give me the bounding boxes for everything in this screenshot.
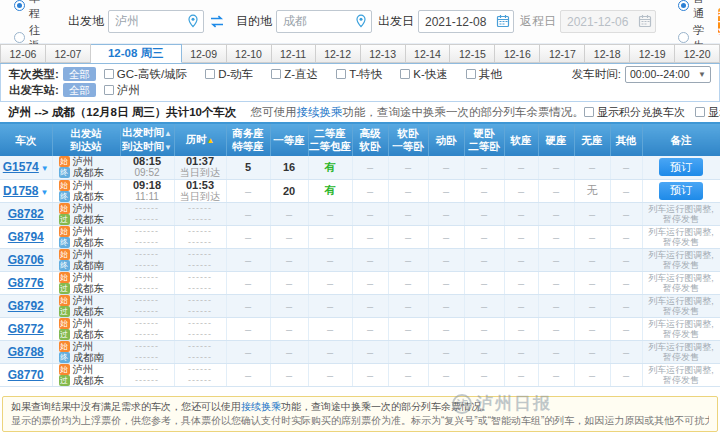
date-tab-12-20[interactable]: 12-20 [675,44,720,63]
seat-value: – [245,231,251,243]
seat-value: – [518,277,524,289]
train-type-checkbox-3[interactable]: T-特快 [336,67,382,82]
return-date-input[interactable] [560,10,656,33]
seat-cell: 有 [308,179,352,202]
display-toggle-checkbox-0[interactable]: 显示积分兑换车次 [584,105,685,120]
transfer-link[interactable]: 接续换乘 [296,106,342,118]
train-no-link[interactable]: G8706 [8,253,44,267]
expand-train-icon[interactable]: ▼ [40,188,48,197]
column-header[interactable]: 无座 [574,124,610,156]
column-header[interactable]: 软座 [504,124,538,156]
seat-cell: – [504,317,538,340]
train-no-link[interactable]: D1758 [3,184,38,198]
train-no-link[interactable]: G8794 [8,230,44,244]
train-no-link[interactable]: G8792 [8,299,44,313]
depart-time-select[interactable]: 00:00--24:00 ▼ [625,66,711,83]
filter-box: 车次类型: 全部 GC-高铁/城际D-动车Z-直达T-特快K-快速其他 发车时间… [0,64,720,102]
seat-value: – [245,277,251,289]
date-tab-12-19[interactable]: 12-19 [630,44,675,63]
remark-text: 列车运行图调整,暂停发售 [643,227,720,247]
radio-label: 普通 [693,0,704,21]
column-header[interactable]: 出发站到达站 [52,124,120,156]
date-tab-12-10[interactable]: 12-10 [227,44,272,63]
column-header[interactable]: 备注 [642,124,720,156]
transfer-link[interactable]: 接续换乘 [241,401,281,412]
depart-date-input[interactable] [418,10,514,33]
date-tab-12-13[interactable]: 12-13 [361,44,406,63]
date-tab-12-07[interactable]: 12-07 [46,44,91,63]
train-type-checkbox-0[interactable]: GC-高铁/城际 [104,67,187,82]
expand-train-icon[interactable]: ▼ [41,164,49,173]
date-tab-12-08[interactable]: 12-08 周三 [91,44,182,63]
column-header[interactable]: 商务座特等座 [226,124,270,156]
duration: 01:37 [175,156,226,167]
column-header[interactable]: 历时▲ [174,124,226,156]
depart-station-all-badge[interactable]: 全部 [63,83,96,97]
column-header[interactable]: 车次 [0,124,52,156]
date-tab-12-12[interactable]: 12-12 [316,44,361,63]
train-type-checkbox-4[interactable]: K-快速 [400,67,448,82]
column-header[interactable]: 其他 [610,124,642,156]
seat-cell: – [610,202,642,225]
column-header[interactable]: 二等座二等包座 [308,124,352,156]
seat-value: 有 [325,184,336,196]
date-tab-12-06[interactable]: 12-06 [0,44,46,63]
trip-type-option-0[interactable]: 单程 [14,0,40,21]
date-tab-12-16[interactable]: 12-16 [495,44,540,63]
train-type-checkbox-1[interactable]: D-动车 [205,67,253,82]
date-tab-12-15[interactable]: 12-15 [450,44,495,63]
train-row-G8782: G8782始泸州过成都东------------------------––––… [0,202,720,225]
column-header[interactable]: 动卧 [428,124,464,156]
train-row-G8706: G8706始泸州终成都南------------------------––––… [0,248,720,271]
date-tab-12-09[interactable]: 12-09 [182,44,227,63]
train-no-link[interactable]: G8782 [8,207,44,221]
train-no-link[interactable]: G1574 [3,160,39,174]
header-line1: 备注 [643,134,720,147]
book-button[interactable]: 预订 [659,182,703,200]
depart-station: 始泸州 [53,341,120,352]
seat-cell: – [610,225,642,248]
column-header[interactable]: 硬卧二等卧 [464,124,504,156]
remark-text: 列车运行图调整,暂停发售 [643,273,720,293]
column-header[interactable]: 硬座 [538,124,574,156]
train-no-link[interactable]: G8776 [8,276,44,290]
checkbox-label: Z-直达 [284,67,318,82]
seat-cell: – [464,294,504,317]
depart-time: 08:15 [121,156,174,167]
train-no-link[interactable]: G8770 [8,368,44,382]
train-type-checkbox-5[interactable]: 其他 [466,67,502,82]
depart-time: ------ [121,364,174,375]
header-line1: 历时▲ [175,133,226,147]
depart-station-checkbox-0[interactable]: 泸州 [104,83,140,98]
column-header[interactable]: 软卧一等卧 [388,124,428,156]
arrive-time: 11:11 [121,191,174,202]
seat-value: – [481,185,487,197]
seat-value: – [286,231,292,243]
train-type-checkbox-2[interactable]: Z-直达 [271,67,318,82]
book-button[interactable]: 预订 [659,158,703,176]
display-toggle-checkbox-1[interactable]: 显示全部可预订车次 [695,105,720,120]
date-tab-12-11[interactable]: 12-11 [272,44,316,63]
sort-down-icon[interactable]: ▼ [164,143,172,152]
column-header[interactable]: 一等座 [270,124,308,156]
train-type-all-badge[interactable]: 全部 [63,67,96,81]
from-input[interactable] [108,10,204,33]
column-header[interactable]: 高级软卧 [352,124,388,156]
end-station-icon: 终 [59,260,70,271]
train-no-link[interactable]: G8788 [8,345,44,359]
seat-cell: – [388,363,428,386]
sort-up-icon[interactable]: ▲ [207,136,215,145]
times-cell: ------------ [120,340,174,363]
passenger-type-option-0[interactable]: 普通 [678,0,704,21]
sort-up-icon[interactable]: ▲ [164,129,172,138]
date-tab-12-18[interactable]: 12-18 [585,44,630,63]
seat-value: – [327,323,333,335]
to-input[interactable] [276,10,372,33]
column-header[interactable]: 出发时间▲到达时间▼ [120,124,174,156]
train-no-link[interactable]: G8772 [8,322,44,336]
train-no-cell: G8792 [0,294,52,317]
seat-cell: – [464,202,504,225]
date-tab-12-14[interactable]: 12-14 [406,44,451,63]
swap-stations-icon[interactable] [208,14,226,30]
date-tab-12-17[interactable]: 12-17 [540,44,585,63]
